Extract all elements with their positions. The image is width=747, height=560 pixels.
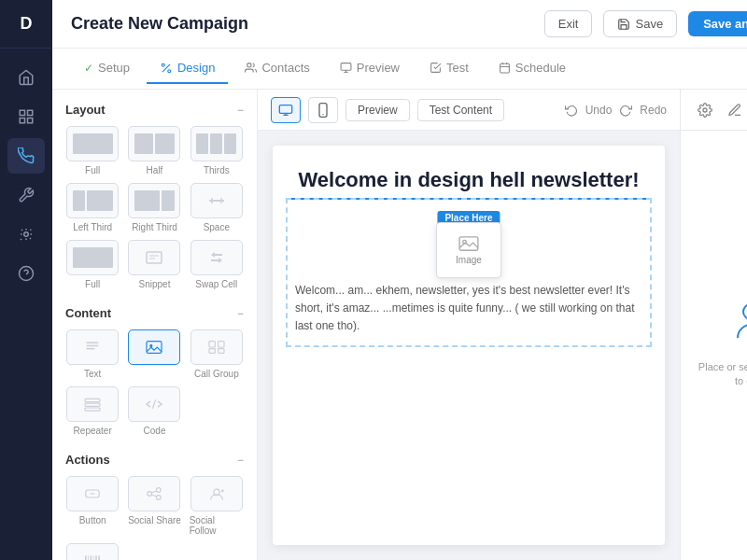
content-repeater[interactable]: Repeater bbox=[65, 386, 120, 436]
undo-icon bbox=[565, 104, 578, 117]
svg-line-43 bbox=[152, 491, 157, 493]
right-panel: Place or select an item to edit. bbox=[680, 90, 747, 560]
content-text[interactable]: Text bbox=[65, 329, 120, 379]
page-title: Create New Campaign bbox=[71, 14, 533, 34]
action-social-share[interactable]: Social Share bbox=[127, 476, 181, 536]
svg-point-41 bbox=[157, 496, 162, 500]
sidebar-logo: D bbox=[0, 0, 52, 49]
social-follow-icon bbox=[207, 486, 226, 501]
layout-section: Layout − Full bbox=[65, 103, 244, 289]
text-content-icon bbox=[83, 340, 102, 355]
svg-rect-27 bbox=[147, 342, 162, 354]
svg-rect-34 bbox=[85, 403, 100, 406]
sidebar-nav-icons bbox=[0, 49, 52, 302]
layout-section-title: Layout bbox=[65, 103, 106, 117]
action-bar-code[interactable]: Bar Code bbox=[65, 543, 120, 560]
svg-rect-50 bbox=[93, 555, 94, 560]
edit-panel-icon[interactable] bbox=[722, 97, 747, 123]
layout-snippet[interactable]: Snippet bbox=[127, 240, 181, 289]
svg-point-10 bbox=[247, 63, 251, 67]
sidebar-item-settings[interactable] bbox=[7, 217, 45, 252]
image-label: Image bbox=[456, 255, 482, 265]
call-group-icon bbox=[207, 340, 226, 355]
save-and-next-button[interactable]: Save and Next bbox=[688, 11, 747, 36]
actions-grid: Button bbox=[65, 476, 244, 560]
preview-button[interactable]: Preview bbox=[345, 99, 410, 121]
main-area: Create New Campaign Exit Save Save and N… bbox=[52, 0, 747, 560]
sidebar-item-home[interactable] bbox=[7, 60, 45, 95]
sidebar-item-grid[interactable] bbox=[7, 99, 45, 134]
designer-canvas[interactable]: Welcome in design hell newsletter! Place… bbox=[258, 131, 680, 560]
content-section-title: Content bbox=[65, 306, 111, 320]
action-button[interactable]: Button bbox=[65, 476, 120, 536]
actions-toggle[interactable]: − bbox=[237, 454, 244, 467]
svg-rect-0 bbox=[20, 110, 24, 115]
sidebar-item-help[interactable] bbox=[7, 256, 45, 291]
svg-point-40 bbox=[148, 492, 152, 497]
undo-button[interactable]: Undo bbox=[565, 104, 613, 117]
content-section-header: Content − bbox=[65, 306, 244, 320]
test-content-button[interactable]: Test Content bbox=[417, 99, 504, 121]
right-panel-toolbar bbox=[681, 90, 747, 131]
svg-rect-52 bbox=[99, 555, 101, 560]
sidebar-item-campaigns[interactable] bbox=[7, 138, 45, 174]
layout-full2[interactable]: Full bbox=[65, 240, 120, 289]
content-section: Content − bbox=[65, 306, 244, 436]
social-share-icon bbox=[145, 486, 163, 501]
svg-rect-2 bbox=[20, 119, 24, 123]
layout-toggle[interactable]: − bbox=[237, 104, 244, 117]
svg-line-42 bbox=[152, 495, 157, 497]
code-content-icon bbox=[145, 397, 163, 412]
edit-placeholder-icon bbox=[728, 302, 748, 351]
mobile-view-button[interactable] bbox=[308, 97, 338, 123]
svg-point-8 bbox=[162, 63, 164, 66]
desktop-view-button[interactable] bbox=[271, 97, 301, 123]
content-code[interactable]: Code bbox=[127, 386, 181, 436]
svg-line-36 bbox=[153, 399, 156, 409]
layout-right-third[interactable]: Right Third bbox=[127, 183, 181, 232]
tab-design[interactable]: Design bbox=[147, 53, 228, 84]
svg-rect-51 bbox=[95, 555, 97, 560]
layout-full[interactable]: Full bbox=[65, 126, 120, 175]
layout-half[interactable]: Half bbox=[127, 126, 181, 175]
content-call-group[interactable]: Call Group bbox=[190, 329, 244, 379]
layout-section-header: Layout − bbox=[65, 103, 244, 117]
designer-toolbar: Preview Test Content Undo Redo bbox=[258, 90, 680, 131]
left-panel: Layout − Full bbox=[52, 90, 258, 560]
layout-thirds[interactable]: Thirds bbox=[190, 126, 244, 175]
tab-setup[interactable]: ✓ Setup bbox=[71, 53, 143, 84]
tab-preview[interactable]: Preview bbox=[327, 53, 413, 84]
edit-figure-icon bbox=[728, 302, 748, 351]
schedule-icon bbox=[499, 62, 511, 74]
image-placeholder[interactable]: Image bbox=[436, 222, 501, 278]
action-social-follow[interactable]: Social Follow bbox=[190, 476, 244, 536]
svg-rect-53 bbox=[279, 105, 291, 113]
bar-code-icon bbox=[83, 553, 102, 560]
svg-rect-1 bbox=[28, 110, 33, 115]
actions-section-header: Actions − bbox=[65, 453, 244, 467]
content-image[interactable] bbox=[127, 329, 181, 379]
swap-cell-icon bbox=[207, 250, 226, 265]
exit-button[interactable]: Exit bbox=[544, 10, 593, 37]
save-button[interactable]: Save bbox=[603, 10, 677, 37]
svg-point-57 bbox=[322, 114, 323, 115]
redo-button[interactable]: Redo bbox=[619, 104, 667, 117]
svg-rect-35 bbox=[85, 408, 100, 411]
settings-panel-icon[interactable] bbox=[692, 97, 718, 123]
snippet-icon bbox=[145, 250, 163, 265]
content-toggle[interactable]: − bbox=[237, 307, 244, 320]
tab-contacts[interactable]: Contacts bbox=[232, 53, 322, 84]
layout-swap-cell[interactable]: Swap Cell bbox=[190, 240, 244, 289]
svg-rect-14 bbox=[500, 63, 509, 73]
layout-space[interactable]: Space bbox=[190, 183, 244, 232]
space-layout-icon bbox=[207, 193, 226, 208]
right-panel-hint: Place or select an item to edit. bbox=[696, 360, 747, 389]
contacts-icon bbox=[245, 62, 257, 74]
save-icon bbox=[617, 18, 630, 31]
tab-test[interactable]: Test bbox=[416, 53, 482, 84]
svg-point-9 bbox=[168, 69, 171, 72]
designer-area: Preview Test Content Undo Redo Welcome i… bbox=[258, 90, 680, 560]
tab-schedule[interactable]: Schedule bbox=[486, 53, 579, 84]
layout-left-third[interactable]: Left Third bbox=[65, 183, 120, 232]
sidebar-item-tools[interactable] bbox=[7, 177, 45, 213]
